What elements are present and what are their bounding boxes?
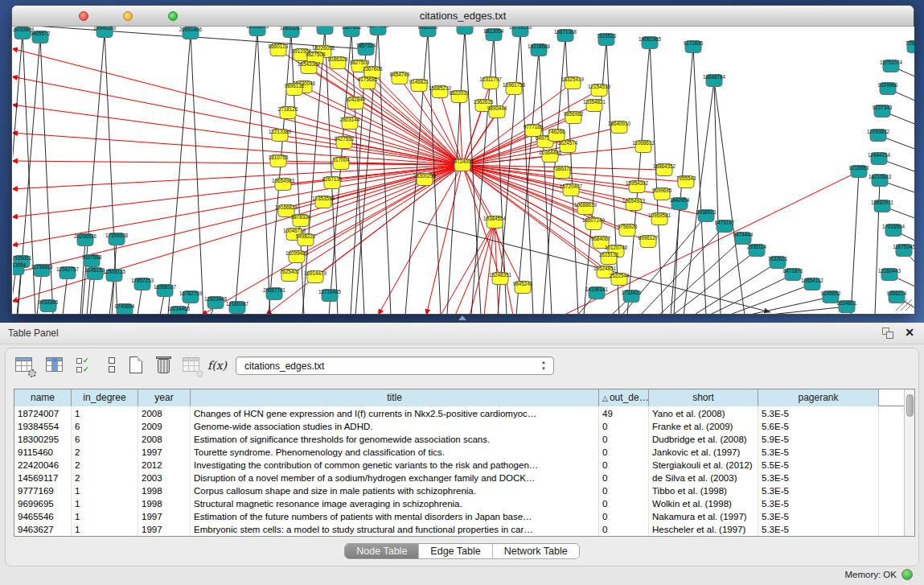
column-header-name[interactable]: name — [14, 389, 72, 406]
rows-icon[interactable] — [102, 355, 123, 376]
graph-node[interactable]: 17957253 — [131, 278, 154, 290]
graph-node[interactable]: 16210643 — [869, 174, 892, 187]
graph-node[interactable]: 15248351 — [489, 272, 512, 285]
graph-node[interactable]: 8822037 — [450, 90, 470, 103]
graph-node[interactable]: 16864352 — [653, 163, 676, 176]
graph-node[interactable]: 15751074 — [880, 60, 903, 72]
graph-node[interactable]: 1810755 — [269, 154, 289, 167]
network-window-titlebar[interactable]: citations_edges.txt — [12, 6, 914, 27]
column-header-year[interactable]: year — [138, 389, 191, 406]
graph-node[interactable]: 15716485 — [318, 289, 342, 302]
table-column-icon[interactable] — [44, 355, 65, 376]
graph-node[interactable]: 1840954 — [670, 197, 690, 210]
table-row[interactable]: 946362711997Embryonic stem cells: a mode… — [14, 523, 904, 536]
table-row[interactable]: 946554611997Estimation of the future num… — [14, 510, 904, 523]
graph-node[interactable]: 11675345 — [893, 244, 914, 257]
graph-node[interactable]: 7386372 — [552, 166, 573, 179]
column-header-in_degree[interactable]: in_degree — [72, 389, 138, 406]
vertical-scrollbar[interactable] — [904, 389, 914, 536]
graph-node[interactable]: 16311797 — [479, 76, 502, 89]
graph-node[interactable]: 12353594 — [312, 196, 335, 208]
column-header-title[interactable]: title — [191, 389, 599, 406]
graph-node[interactable]: 2803144 — [340, 117, 360, 130]
graph-node[interactable]: 9146821 — [409, 79, 429, 92]
graph-node[interactable]: 8454749 — [390, 72, 410, 84]
graph-node[interactable]: 10653287 — [280, 27, 303, 38]
table-row[interactable]: 2242004622012Investigating the contribut… — [14, 459, 904, 472]
graph-node[interactable]: 8267130 — [322, 176, 343, 189]
graph-node[interactable]: 2718126 — [278, 106, 298, 119]
graph-node[interactable]: 12444154 — [868, 152, 891, 165]
graph-node[interactable]: 9856982 — [564, 111, 584, 124]
graph-node[interactable]: 3913954 — [13, 262, 27, 275]
graph-node[interactable]: 9175685 — [358, 76, 378, 89]
graph-node[interactable]: 19081965 — [639, 36, 662, 49]
new-document-icon[interactable] — [126, 355, 147, 376]
graph-node[interactable]: 8427552 — [335, 136, 355, 149]
graph-node[interactable]: 7625402 — [280, 269, 300, 282]
graph-node[interactable]: 15274069 — [367, 27, 390, 35]
graph-node[interactable]: 8996127 — [639, 235, 659, 248]
table-row[interactable]: 1456911722003Disruption of a novel membe… — [14, 472, 904, 484]
graph-node[interactable]: 9097588 — [82, 254, 102, 267]
graph-node[interactable]: 16543382 — [298, 61, 321, 74]
graph-node[interactable]: 10688639 — [574, 202, 598, 215]
table-row[interactable]: 1830029562008Estimation of significance … — [14, 433, 904, 446]
graph-node[interactable]: 12213389 — [269, 129, 292, 142]
graph-node[interactable]: 1527602 — [342, 27, 362, 37]
graph-node[interactable]: 12342757 — [56, 266, 80, 279]
graph-node[interactable]: 15692971 — [871, 200, 894, 212]
scrollbar-thumb[interactable] — [906, 394, 914, 417]
graph-node[interactable]: 16983075 — [246, 27, 269, 36]
graph-node[interactable]: 19218586 — [528, 43, 551, 56]
graph-node[interactable]: 16958107 — [154, 284, 177, 297]
row-select-icon[interactable]: ✓ ✓ — [75, 355, 96, 376]
graph-node[interactable]: 2935114 — [747, 244, 767, 257]
graph-node[interactable]: 8466160 — [418, 27, 438, 37]
graph-node[interactable]: 17359928 — [105, 233, 129, 245]
table-select-combobox[interactable]: citations_edges.txt ▲▼ — [236, 356, 554, 375]
graph-node[interactable]: 317004 — [332, 157, 350, 170]
graph-node[interactable]: 18607249 — [582, 217, 606, 230]
graph-node[interactable]: 9329966 — [878, 82, 898, 95]
tab-node-table[interactable]: Node Table — [345, 544, 419, 558]
graph-node[interactable]: 16671368 — [554, 29, 577, 42]
graph-node[interactable]: 1615132 — [599, 252, 619, 265]
combobox-stepper-icon[interactable]: ▲▼ — [540, 359, 548, 373]
graph-node[interactable]: 9405572 — [31, 31, 51, 43]
graph-node[interactable]: 9356224 — [887, 290, 907, 303]
graph-node[interactable]: 16648784 — [703, 74, 726, 87]
graph-node[interactable]: 5498222 — [296, 233, 316, 246]
graph-node[interactable]: 20364486 — [539, 150, 562, 163]
graph-node[interactable]: 8524861 — [837, 300, 857, 313]
graph-node[interactable]: 11156863 — [31, 264, 53, 277]
float-window-icon[interactable] — [882, 328, 893, 339]
graph-node[interactable]: 9756928 — [618, 224, 638, 237]
graph-node[interactable]: 12160187 — [226, 301, 249, 314]
table-row[interactable]: 911546021997Tourette syndrome. Phenomeno… — [14, 446, 904, 459]
graph-node[interactable]: 9890444 — [487, 105, 507, 118]
tab-edge-table[interactable]: Edge Table — [419, 544, 492, 558]
graph-node[interactable]: 15954392 — [626, 180, 649, 193]
graph-node[interactable]: 9474444 — [733, 232, 754, 245]
graph-node[interactable]: 20206536 — [74, 233, 97, 246]
graph-node[interactable]: 19565355 — [454, 27, 477, 35]
graph-node[interactable]: 12093832 — [867, 129, 890, 142]
graph-node[interactable]: 8186328 — [328, 56, 348, 69]
graph-node[interactable]: 10719193 — [509, 27, 532, 37]
node-attribute-table[interactable]: namein_degreeyeartitle△out_de…shortpager… — [14, 389, 915, 537]
graph-node[interactable]: 7632621 — [768, 256, 788, 269]
graph-node[interactable]: 19654983 — [272, 178, 295, 191]
graph-node[interactable]: 9896132 — [285, 83, 305, 96]
graph-node[interactable]: 15720407 — [560, 183, 583, 196]
column-header-pagerank[interactable]: pagerank — [758, 389, 879, 406]
graph-node[interactable]: 8740654 — [115, 303, 135, 314]
graph-node[interactable]: 15685210 — [429, 85, 452, 98]
graph-node[interactable]: 11068613 — [632, 140, 655, 153]
graph-node[interactable]: 2522544 — [610, 273, 630, 286]
graph-node[interactable]: 1733426 — [622, 290, 642, 303]
memory-ok-indicator[interactable] — [901, 569, 913, 580]
table-row[interactable]: 977716911998Corpus callosum shape and si… — [14, 484, 904, 497]
graph-node[interactable]: 9845243 — [513, 281, 533, 294]
graph-node[interactable]: 8938923 — [696, 209, 717, 222]
